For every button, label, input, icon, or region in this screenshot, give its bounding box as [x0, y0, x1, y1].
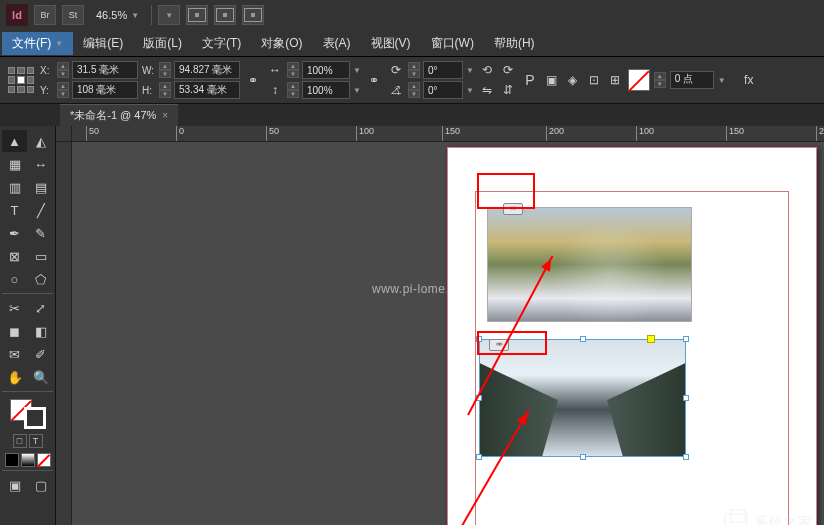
rotate-cw-icon[interactable]: ⟳ [499, 61, 517, 79]
page[interactable]: ⚮ ⚮ [447, 147, 817, 525]
shear-input[interactable]: 0° [423, 81, 463, 99]
w-input[interactable]: 94.827 毫米 [174, 61, 240, 79]
menu-table[interactable]: 表(A) [313, 32, 361, 55]
y-input[interactable]: 108 毫米 [72, 81, 138, 99]
rotate-icon: ⟳ [387, 61, 405, 79]
note-tool[interactable]: ✉ [2, 343, 27, 365]
menu-help[interactable]: 帮助(H) [484, 32, 545, 55]
x-input[interactable]: 31.5 毫米 [72, 61, 138, 79]
gradient-feather-tool[interactable]: ◧ [28, 320, 53, 342]
gradient-swatch-tool[interactable]: ◼ [2, 320, 27, 342]
page-tool[interactable]: ▦ [2, 153, 27, 175]
apply-color-icon[interactable] [5, 453, 19, 467]
zoom-tool[interactable]: 🔍 [28, 366, 53, 388]
text-format-icon[interactable]: T [29, 434, 43, 448]
shear-icon: ⦨ [387, 81, 405, 99]
y-stepper[interactable]: ▲▼ [57, 82, 69, 98]
placed-image-1[interactable] [487, 207, 692, 322]
w-stepper[interactable]: ▲▼ [159, 62, 171, 78]
selection-handle[interactable] [683, 454, 689, 460]
arrange-button[interactable] [214, 5, 236, 25]
vertical-ruler[interactable] [56, 142, 72, 525]
select-container-icon[interactable]: ▣ [543, 71, 561, 89]
link-wh-icon[interactable]: ⚭ [244, 71, 262, 89]
direct-selection-tool[interactable]: ◭ [28, 130, 53, 152]
screen-mode-button[interactable] [186, 5, 208, 25]
content-collector-tool[interactable]: ▥ [2, 176, 27, 198]
x-stepper[interactable]: ▲▼ [57, 62, 69, 78]
apply-gradient-icon[interactable] [21, 453, 35, 467]
fx-icon[interactable]: fx [740, 71, 758, 89]
hand-tool[interactable]: ✋ [2, 366, 27, 388]
scissors-tool[interactable]: ✂ [2, 297, 27, 319]
fill-swatch[interactable] [628, 69, 650, 91]
menu-view[interactable]: 视图(V) [361, 32, 421, 55]
selection-tool[interactable]: ▲ [2, 130, 27, 152]
rectangle-tool[interactable]: ▭ [28, 245, 53, 267]
close-icon[interactable]: × [162, 110, 168, 121]
menu-window[interactable]: 窗口(W) [421, 32, 484, 55]
chevron-down-icon: ▼ [131, 11, 139, 20]
menu-file[interactable]: 文件(F) ▼ [2, 32, 73, 55]
polygon-tool[interactable]: ⬠ [28, 268, 53, 290]
link-scale-icon[interactable]: ⚭ [365, 71, 383, 89]
reference-point[interactable] [6, 65, 36, 95]
fill-stroke-swatch[interactable] [10, 399, 46, 429]
flip-h-icon[interactable]: ⇋ [478, 81, 496, 99]
h-input[interactable]: 53.34 毫米 [174, 81, 240, 99]
menu-layout[interactable]: 版面(L) [133, 32, 192, 55]
pen-tool[interactable]: ✒ [2, 222, 27, 244]
menu-edit[interactable]: 编辑(E) [73, 32, 133, 55]
fit-frame-icon[interactable]: ⊞ [606, 71, 624, 89]
flip-v-icon[interactable]: ⇵ [499, 81, 517, 99]
selection-handle[interactable] [580, 454, 586, 460]
selection-handle[interactable] [476, 454, 482, 460]
tools-panel: ▲◭ ▦↔ ▥▤ T╱ ✒✎ ⊠▭ ○⬠ ✂⤢ ◼◧ ✉✐ ✋🔍 □T ▣▢ [0, 126, 56, 525]
scale-y-input[interactable]: 100% [302, 81, 350, 99]
zoom-level-select[interactable]: 46.5% ▼ [90, 7, 145, 23]
h-stepper[interactable]: ▲▼ [159, 82, 171, 98]
view-options-button[interactable]: ▼ [158, 5, 180, 25]
horizontal-ruler[interactable]: 50 0 50 100 150 200 100 150 200 [72, 126, 824, 142]
selection-handle[interactable] [580, 336, 586, 342]
p-icon[interactable]: P [521, 71, 539, 89]
line-tool[interactable]: ╱ [28, 199, 53, 221]
sy-stepper[interactable]: ▲▼ [287, 82, 299, 98]
app-icon: Id [6, 4, 28, 26]
annotation-box [477, 173, 535, 209]
gap-tool[interactable]: ↔ [28, 153, 53, 175]
ellipse-tool[interactable]: ○ [2, 268, 27, 290]
normal-view-icon[interactable]: ▣ [2, 474, 27, 496]
type-tool[interactable]: T [2, 199, 27, 221]
selection-handle[interactable] [683, 395, 689, 401]
rotate-input[interactable]: 0° [423, 61, 463, 79]
document-tab[interactable]: *未命名-1 @ 47% × [60, 104, 178, 126]
house-icon [724, 513, 748, 525]
select-content-icon[interactable]: ◈ [564, 71, 582, 89]
menu-object[interactable]: 对象(O) [251, 32, 312, 55]
canvas[interactable]: www.pi-lome. ⚮ ⚮ [72, 142, 824, 525]
pencil-tool[interactable]: ✎ [28, 222, 53, 244]
bridge-button[interactable]: Br [34, 5, 56, 25]
rotate-ccw-icon[interactable]: ⟲ [478, 61, 496, 79]
selection-handle[interactable] [683, 336, 689, 342]
preview-view-icon[interactable]: ▢ [28, 474, 53, 496]
scale-x-input[interactable]: 100% [302, 61, 350, 79]
rectangle-frame-tool[interactable]: ⊠ [2, 245, 27, 267]
control-bar: X:▲▼31.5 毫米 Y:▲▼108 毫米 W:▲▼94.827 毫米 H:▲… [0, 56, 824, 104]
container-format-icon[interactable]: □ [13, 434, 27, 448]
stock-button[interactable]: St [62, 5, 84, 25]
arrange-2-button[interactable] [242, 5, 264, 25]
menu-type[interactable]: 文字(T) [192, 32, 251, 55]
eyedropper-tool[interactable]: ✐ [28, 343, 53, 365]
apply-none-icon[interactable] [37, 453, 51, 467]
corner-options-handle[interactable] [647, 335, 655, 343]
free-transform-tool[interactable]: ⤢ [28, 297, 53, 319]
zoom-value: 46.5% [96, 9, 127, 21]
content-placer-tool[interactable]: ▤ [28, 176, 53, 198]
stroke-weight-input[interactable]: 0 点 [670, 71, 714, 89]
ruler-origin[interactable] [56, 126, 72, 142]
fit-content-icon[interactable]: ⊡ [585, 71, 603, 89]
y-label: Y: [40, 85, 54, 96]
sx-stepper[interactable]: ▲▼ [287, 62, 299, 78]
